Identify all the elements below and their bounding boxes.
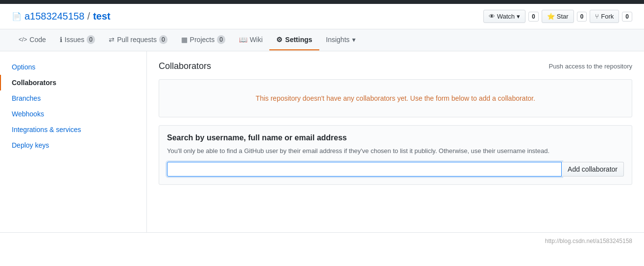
star-count: 0 — [577, 12, 587, 22]
tab-pull-requests[interactable]: ⇄ Pull requests 0 — [102, 29, 174, 51]
eye-icon: 👁 — [489, 13, 495, 20]
tab-settings-label: Settings — [285, 36, 312, 44]
sidebar-item-integrations[interactable]: Integrations & services — [0, 122, 146, 137]
sidebar-webhooks-label: Webhooks — [12, 110, 44, 118]
watch-count: 0 — [528, 12, 539, 22]
sidebar-options-label: Options — [12, 63, 35, 71]
tab-navigation: </> Code ℹ Issues 0 ⇄ Pull requests 0 ▦ … — [0, 29, 644, 51]
tab-pull-requests-label: Pull requests — [117, 36, 157, 44]
repo-title: 📄 a1583245158 / test — [12, 11, 111, 22]
sidebar-item-deploy-keys[interactable]: Deploy keys — [0, 137, 146, 153]
fork-button[interactable]: ⑂ Fork — [590, 10, 619, 23]
star-button[interactable]: ⭐ Star — [542, 10, 574, 23]
tab-settings[interactable]: ⚙ Settings — [269, 30, 319, 50]
section-header: Collaborators Push access to the reposit… — [159, 61, 632, 71]
sidebar-deploy-keys-label: Deploy keys — [12, 141, 49, 149]
search-section: Search by username, full name or email a… — [159, 125, 632, 185]
repo-separator: / — [87, 11, 90, 22]
sidebar-item-branches[interactable]: Branches — [0, 90, 146, 106]
repo-owner-link[interactable]: a1583245158 — [24, 11, 84, 22]
repo-icon: 📄 — [12, 12, 22, 21]
issues-badge: 0 — [87, 35, 95, 44]
section-title: Collaborators — [159, 61, 211, 71]
sidebar-item-webhooks[interactable]: Webhooks — [0, 106, 146, 122]
main-layout: Options Collaborators Branches Webhooks … — [0, 51, 644, 232]
star-label: Star — [557, 13, 569, 20]
sidebar-integrations-label: Integrations & services — [12, 126, 81, 133]
add-collaborator-button[interactable]: Add collaborator — [562, 162, 624, 177]
sidebar-item-options[interactable]: Options — [0, 59, 146, 75]
footer-url: http://blog.csdn.net/a1583245158 — [545, 238, 632, 244]
tab-issues[interactable]: ℹ Issues 0 — [53, 29, 102, 51]
tab-insights[interactable]: Insights ▾ — [319, 30, 362, 50]
tab-projects[interactable]: ▦ Projects 0 — [174, 29, 232, 51]
sidebar-item-collaborators[interactable]: Collaborators — [0, 75, 146, 90]
pull-requests-badge: 0 — [159, 35, 167, 44]
search-row: Add collaborator — [167, 162, 624, 177]
search-title: Search by username, full name or email a… — [167, 133, 624, 142]
repo-header: 📄 a1583245158 / test 👁 Watch ▾ 0 ⭐ Star … — [0, 4, 644, 29]
tab-issues-label: Issues — [65, 36, 84, 44]
fork-icon: ⑂ — [595, 13, 599, 20]
wiki-icon: 📖 — [239, 36, 247, 44]
empty-state-text: This repository doesn't have any collabo… — [174, 94, 617, 102]
code-icon: </> — [19, 36, 27, 43]
insights-chevron-icon: ▾ — [352, 36, 356, 44]
tab-wiki-label: Wiki — [250, 36, 262, 44]
tab-wiki[interactable]: 📖 Wiki — [232, 30, 269, 50]
fork-label: Fork — [601, 13, 614, 20]
repo-actions: 👁 Watch ▾ 0 ⭐ Star 0 ⑂ Fork 0 — [483, 10, 632, 23]
issues-icon: ℹ — [60, 36, 62, 44]
watch-label: Watch — [497, 13, 515, 20]
sidebar-collaborators-label: Collaborators — [12, 79, 56, 87]
settings-icon: ⚙ — [276, 36, 283, 44]
chevron-down-icon: ▾ — [517, 13, 520, 20]
tab-code-label: Code — [29, 36, 46, 44]
tab-projects-label: Projects — [190, 36, 215, 44]
watch-button[interactable]: 👁 Watch ▾ — [483, 10, 525, 23]
collaborator-search-input[interactable] — [167, 162, 562, 177]
pull-request-icon: ⇄ — [109, 36, 115, 44]
tab-code[interactable]: </> Code — [12, 30, 53, 50]
search-description: You'll only be able to find a GitHub use… — [167, 146, 624, 156]
projects-icon: ▦ — [181, 36, 188, 44]
tab-insights-label: Insights — [326, 36, 350, 44]
sidebar: Options Collaborators Branches Webhooks … — [0, 51, 147, 232]
projects-badge: 0 — [217, 35, 225, 44]
top-bar — [0, 0, 644, 4]
footer: http://blog.csdn.net/a1583245158 — [0, 232, 644, 249]
repo-name-link[interactable]: test — [93, 11, 111, 22]
fork-count: 0 — [622, 12, 632, 22]
content-area: Collaborators Push access to the reposit… — [147, 51, 644, 232]
star-icon: ⭐ — [547, 13, 555, 20]
empty-state-box: This repository doesn't have any collabo… — [159, 79, 632, 117]
sidebar-branches-label: Branches — [12, 94, 41, 102]
push-access-label: Push access to the repository — [549, 63, 632, 70]
